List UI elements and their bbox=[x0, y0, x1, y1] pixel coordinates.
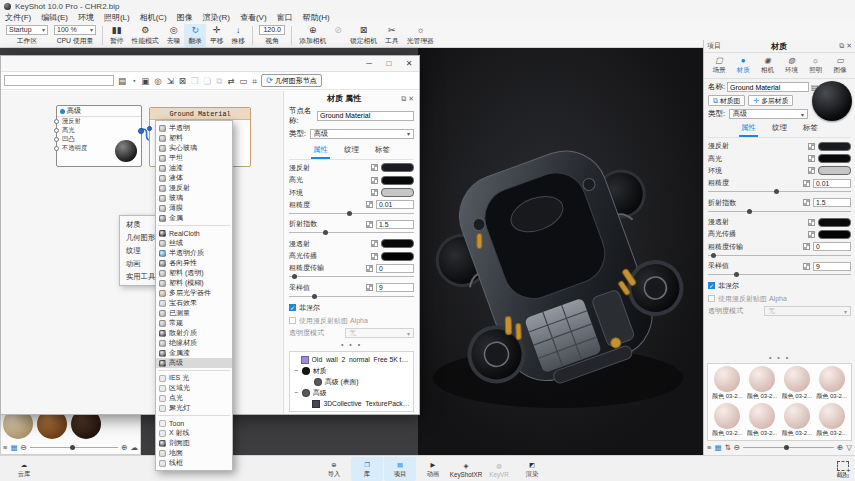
submenu-item[interactable]: 塑料 bbox=[156, 133, 232, 143]
texture-icon[interactable] bbox=[366, 284, 373, 291]
submenu-item[interactable]: 玻璃 bbox=[156, 193, 232, 203]
toolbar-button[interactable]: ⊠ 锁定相机 bbox=[346, 24, 381, 47]
port-dot-icon[interactable] bbox=[54, 128, 59, 133]
duplicate-icon[interactable]: ❏ bbox=[204, 75, 212, 87]
submenu-item[interactable]: 丝绒 bbox=[156, 238, 232, 248]
screenshot-button[interactable]: 截图 bbox=[836, 461, 849, 480]
value-input[interactable]: 9 bbox=[813, 262, 851, 271]
maximize-button[interactable]: □ bbox=[379, 59, 399, 68]
color-swatch[interactable] bbox=[381, 239, 414, 248]
library-material[interactable]: 颜色 03-2... bbox=[710, 403, 745, 438]
slider-handle[interactable] bbox=[323, 230, 328, 235]
list-view-icon[interactable]: ≡ bbox=[707, 443, 711, 452]
cloud-library-button[interactable]: ☁ 云库 bbox=[8, 457, 40, 481]
slider[interactable] bbox=[289, 211, 414, 217]
layers-icon[interactable]: ▣ bbox=[141, 75, 149, 87]
color-swatch[interactable] bbox=[381, 188, 414, 197]
toolbar-button[interactable]: ◎ 去噪 bbox=[163, 24, 185, 47]
grid-view-icon[interactable]: ▦ bbox=[714, 443, 721, 452]
material-name-input[interactable] bbox=[727, 82, 809, 92]
submenu-item[interactable]: RealCloth bbox=[156, 228, 232, 238]
slider[interactable] bbox=[289, 294, 414, 300]
checkbox[interactable] bbox=[708, 282, 715, 289]
slider-handle[interactable] bbox=[347, 211, 352, 216]
zoom-in-icon[interactable]: ⊕ bbox=[837, 443, 843, 452]
menu-item[interactable]: 帮助(H) bbox=[298, 12, 335, 23]
zoom-in-icon[interactable]: ⊕ bbox=[121, 443, 127, 452]
submenu-item[interactable] bbox=[158, 415, 230, 416]
bottom-bar-button[interactable]: ▤ 项目 bbox=[384, 457, 416, 481]
submenu-item[interactable]: 散射介质 bbox=[156, 328, 232, 338]
detach-icon[interactable]: ⧉ bbox=[401, 95, 406, 103]
menu-item[interactable]: 渲染(R) bbox=[198, 12, 235, 23]
toolbar-button[interactable]: ✛ 平移 bbox=[206, 24, 228, 47]
submenu-item[interactable]: 薄膜 bbox=[156, 203, 232, 213]
panel-button[interactable]: ⧉ 材质图 bbox=[708, 95, 745, 106]
cpu-usage-dropdown[interactable]: 100 % bbox=[54, 25, 96, 35]
library-material[interactable]: 颜色 03-2... bbox=[814, 403, 849, 438]
material-sphere-icon[interactable]: ◔ bbox=[131, 75, 136, 87]
submenu-item[interactable] bbox=[158, 225, 230, 226]
submenu-item[interactable]: 区域光 bbox=[156, 383, 232, 393]
value-input[interactable]: 9 bbox=[376, 283, 414, 292]
toolbar-button[interactable]: ▮▮ 暂停 bbox=[106, 24, 128, 47]
node-input-port[interactable]: 漫反射 bbox=[57, 117, 141, 126]
tab[interactable]: ▢ 场景 bbox=[707, 55, 731, 76]
slider[interactable] bbox=[708, 253, 851, 259]
frame-icon[interactable]: ▭ bbox=[239, 75, 247, 87]
bottom-bar-button[interactable]: ◩ 渲染 bbox=[516, 457, 548, 481]
save-icon[interactable]: ▤ bbox=[118, 75, 126, 87]
node-graph-canvas[interactable]: 高级 漫反射 高光 凹凸 不透明 bbox=[1, 91, 284, 414]
close-icon[interactable]: ✕ bbox=[846, 42, 852, 50]
graph-window-titlebar[interactable]: ─ □ ✕ bbox=[1, 56, 419, 72]
submenu-item[interactable]: 各向异性 bbox=[156, 258, 232, 268]
menu-item[interactable]: 环境 bbox=[73, 12, 99, 23]
paste-icon[interactable]: ⧉ bbox=[216, 75, 222, 87]
texture-icon[interactable] bbox=[371, 240, 378, 247]
value-input[interactable]: 0 bbox=[376, 264, 414, 273]
link-icon[interactable]: ⇄ bbox=[227, 75, 234, 87]
port-dot-icon[interactable] bbox=[54, 146, 59, 151]
tab[interactable]: ◍ 环境 bbox=[780, 55, 804, 76]
value-input[interactable]: 0.01 bbox=[813, 179, 851, 188]
tree-item[interactable]: 高级 (表面) bbox=[291, 376, 412, 387]
texture-icon[interactable] bbox=[366, 265, 373, 272]
bottom-bar-button[interactable]: ❐ 库 bbox=[351, 457, 383, 481]
port-dot-icon[interactable] bbox=[54, 119, 59, 124]
slider-handle[interactable] bbox=[312, 294, 317, 299]
texture-icon[interactable] bbox=[808, 143, 815, 150]
menu-item[interactable]: 图像 bbox=[172, 12, 198, 23]
toolbar-button[interactable]: ✂ 工具 bbox=[381, 24, 403, 47]
color-swatch[interactable] bbox=[818, 230, 851, 239]
fov-input[interactable]: 120.0 bbox=[259, 25, 285, 35]
slider[interactable] bbox=[708, 272, 851, 278]
submenu-item[interactable]: 塑料 (模糊) bbox=[156, 278, 232, 288]
texture-icon[interactable] bbox=[371, 164, 378, 171]
tree-item[interactable]: 高级 bbox=[291, 387, 412, 398]
render-scene[interactable] bbox=[418, 48, 704, 455]
submenu-item[interactable]: 实心玻璃 bbox=[156, 143, 232, 153]
tab[interactable]: 纹理 bbox=[770, 122, 789, 137]
close-icon[interactable]: ✕ bbox=[408, 95, 414, 103]
submenu-item[interactable]: 液体 bbox=[156, 173, 232, 183]
checkbox[interactable] bbox=[708, 295, 715, 302]
toolbar-button[interactable]: ↻ 翻录 bbox=[184, 24, 206, 47]
tab[interactable]: ◉ 相机 bbox=[755, 55, 779, 76]
menu-item[interactable]: 文件(F) bbox=[0, 12, 36, 23]
texture-icon[interactable] bbox=[803, 263, 810, 270]
sort-icon[interactable]: ⇅ bbox=[724, 443, 730, 452]
detach-icon[interactable]: ⧉ bbox=[839, 42, 844, 50]
texture-icon[interactable] bbox=[808, 155, 815, 162]
tab[interactable]: 属性 bbox=[311, 144, 330, 159]
menu-item[interactable]: 相机(C) bbox=[135, 12, 172, 23]
bottom-bar-button[interactable]: ◈ KeyShotXR bbox=[450, 457, 482, 481]
submenu-item[interactable]: 线框 bbox=[156, 458, 232, 468]
tree-item[interactable]: 材质 bbox=[291, 365, 412, 376]
submenu-item[interactable]: 半透明 bbox=[156, 123, 232, 133]
submenu-item[interactable]: 金属漆 bbox=[156, 348, 232, 358]
texture-icon[interactable] bbox=[371, 253, 378, 260]
slider-handle[interactable] bbox=[747, 209, 752, 214]
close-button[interactable]: ✕ bbox=[399, 59, 419, 68]
library-material[interactable]: 颜色 03-2... bbox=[814, 366, 849, 401]
bottom-bar-button[interactable]: ⊕ 导入 bbox=[318, 457, 350, 481]
